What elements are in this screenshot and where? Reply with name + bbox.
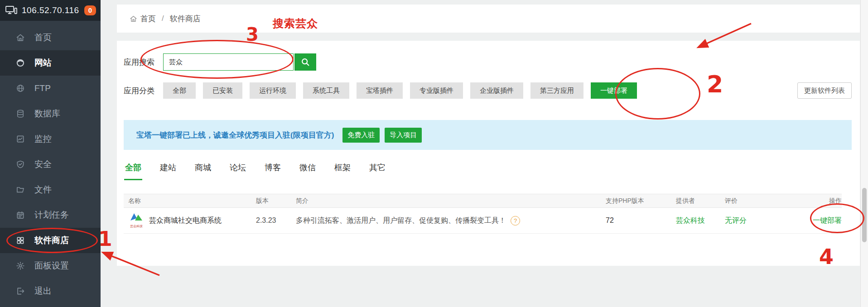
website-icon	[16, 58, 25, 67]
server-header: 106.52.70.116 0	[0, 0, 101, 21]
tab-wechat[interactable]: 微信	[299, 158, 317, 180]
calendar-icon	[16, 211, 25, 220]
scrollbar[interactable]	[860, 0, 868, 307]
category-all[interactable]: 全部	[163, 82, 196, 99]
app-description: 多种引流拓客、激活用户、用户留存、促使复购、传播裂变工具！	[296, 216, 506, 225]
sidebar-item-label: 安全	[34, 158, 52, 170]
col-header-rating: 评价	[725, 197, 805, 205]
sidebar-item-label: 面板设置	[34, 260, 69, 272]
monitor-icon	[16, 134, 25, 144]
col-header-description: 简介	[296, 197, 606, 205]
tab-forum[interactable]: 论坛	[229, 158, 247, 180]
sidebar-item-monitor[interactable]: 监控	[0, 126, 101, 152]
sidebar-item-label: 文件	[34, 184, 52, 196]
notification-badge[interactable]: 0	[84, 5, 96, 15]
breadcrumb-home-link[interactable]: 首页	[140, 14, 156, 24]
breadcrumb-separator: /	[159, 14, 167, 23]
sidebar-item-label: 首页	[34, 32, 52, 43]
sidebar-item-ftp[interactable]: FTP	[0, 76, 101, 101]
deploy-type-tabs: 全部 建站 商城 论坛 博客 微信 框架 其它	[124, 158, 386, 180]
breadcrumb-home-icon	[130, 15, 137, 23]
category-runtime[interactable]: 运行环境	[250, 82, 296, 99]
sidebar-item-panel-settings[interactable]: 面板设置	[0, 253, 101, 278]
sidebar-item-appstore[interactable]: 软件商店	[0, 228, 101, 253]
shield-check-icon	[16, 160, 25, 169]
col-header-version: 版本	[256, 197, 296, 205]
tab-blog[interactable]: 博客	[264, 158, 282, 180]
col-header-provider: 提供者	[676, 197, 725, 205]
software-store-panel: 应用搜索 应用分类 全部 已安装 运行环境 系统工具 宝塔插件 专业版插件 企业…	[117, 41, 860, 266]
tab-framework[interactable]: 框架	[333, 158, 352, 180]
category-third-party[interactable]: 第三方应用	[530, 82, 583, 99]
col-header-php-version: 支持PHP版本	[606, 197, 676, 205]
help-icon[interactable]: ?	[511, 216, 520, 225]
breadcrumb: 首页 / 软件商店	[117, 5, 860, 33]
sidebar-item-security[interactable]: 安全	[0, 152, 101, 177]
table-header-row: 名称 版本 简介 支持PHP版本 提供者 评价 操作	[124, 194, 842, 208]
table-row: 芸众科技 芸众商城社交电商系统 2.3.23 多种引流拓客、激活用户、用户留存、…	[124, 208, 842, 234]
app-provider-link[interactable]: 芸众科技	[676, 216, 725, 225]
update-software-list-button[interactable]: 更新软件列表	[797, 82, 852, 99]
sidebar-item-label: 数据库	[34, 108, 60, 120]
sidebar-item-label: 软件商店	[34, 235, 69, 246]
server-monitor-icon	[5, 5, 17, 15]
gear-icon	[16, 261, 25, 270]
app-php-version: 72	[606, 216, 676, 225]
category-list: 全部 已安装 运行环境 系统工具 宝塔插件 专业版插件 企业版插件 第三方应用 …	[163, 82, 637, 99]
sidebar-item-website[interactable]: 网站	[0, 50, 101, 76]
scrollbar-thumb[interactable]	[862, 188, 867, 242]
deploy-promo-banner: 宝塔一键部署已上线，诚邀全球优秀项目入驻(限项目官方) 免费入驻 导入项目	[124, 120, 852, 150]
category-installed[interactable]: 已安装	[203, 82, 242, 99]
app-logo-caption: 芸众科技	[130, 225, 143, 228]
sidebar-item-label: FTP	[34, 83, 51, 93]
category-pro-plugins[interactable]: 专业版插件	[410, 82, 463, 99]
app-category-label: 应用分类	[124, 86, 155, 96]
app-search-label: 应用搜索	[124, 57, 155, 67]
appstore-grid-icon	[16, 236, 25, 245]
category-system-tools[interactable]: 系统工具	[303, 82, 349, 99]
sidebar: 106.52.70.116 0 首页 网站 FTP 数据库 监控 安全	[0, 0, 101, 307]
sidebar-item-cron[interactable]: 计划任务	[0, 202, 101, 228]
breadcrumb-current: 软件商店	[170, 14, 201, 24]
app-category-row: 应用分类 全部 已安装 运行环境 系统工具 宝塔插件 专业版插件 企业版插件 第…	[124, 82, 852, 99]
tab-all[interactable]: 全部	[124, 158, 142, 180]
sidebar-item-database[interactable]: 数据库	[0, 101, 101, 126]
sidebar-menu: 首页 网站 FTP 数据库 监控 安全 文件 计划任务	[0, 21, 101, 304]
banner-text: 宝塔一键部署已上线，诚邀全球优秀项目入驻(限项目官方)	[136, 130, 334, 140]
logout-icon	[16, 287, 25, 296]
sidebar-item-files[interactable]: 文件	[0, 177, 101, 202]
sidebar-item-label: 监控	[34, 133, 52, 145]
home-icon	[16, 33, 25, 42]
app-rating: 无评分	[725, 216, 805, 225]
software-table: 名称 版本 简介 支持PHP版本 提供者 评价 操作 芸众科技 芸众商城社交电商…	[124, 194, 842, 234]
tab-site-building[interactable]: 建站	[159, 158, 177, 180]
free-entry-button[interactable]: 免费入驻	[342, 128, 380, 143]
app-search-input[interactable]	[163, 53, 294, 71]
col-header-action: 操作	[805, 197, 842, 205]
bt-panel-software-store-page: { "sidebar": { "server_ip": "106.52.70.1…	[0, 0, 868, 307]
col-header-name: 名称	[124, 197, 256, 205]
tab-other[interactable]: 其它	[368, 158, 386, 180]
one-click-deploy-link[interactable]: 一键部署	[805, 216, 842, 225]
app-logo: 芸众科技	[128, 212, 145, 229]
app-search-row: 应用搜索	[124, 53, 316, 71]
sidebar-item-label: 退出	[34, 285, 52, 297]
server-ip: 106.52.70.116	[22, 5, 79, 15]
category-one-click-deploy[interactable]: 一键部署	[591, 82, 637, 99]
search-button[interactable]	[294, 53, 316, 71]
search-icon	[300, 57, 310, 67]
app-name: 芸众商城社交电商系统	[149, 216, 222, 225]
import-project-button[interactable]: 导入项目	[385, 128, 422, 143]
tab-mall[interactable]: 商城	[194, 158, 212, 180]
sidebar-item-home[interactable]: 首页	[0, 25, 101, 50]
database-icon	[16, 109, 25, 118]
ftp-icon	[16, 84, 25, 93]
category-enterprise-plugins[interactable]: 企业版插件	[470, 82, 523, 99]
folder-icon	[16, 185, 25, 194]
yunzhong-logo-icon	[130, 212, 143, 221]
sidebar-item-logout[interactable]: 退出	[0, 278, 101, 304]
sidebar-item-label: 计划任务	[34, 209, 69, 221]
category-bt-plugins[interactable]: 宝塔插件	[357, 82, 403, 99]
sidebar-item-label: 网站	[34, 57, 52, 69]
app-version: 2.3.23	[256, 216, 296, 225]
